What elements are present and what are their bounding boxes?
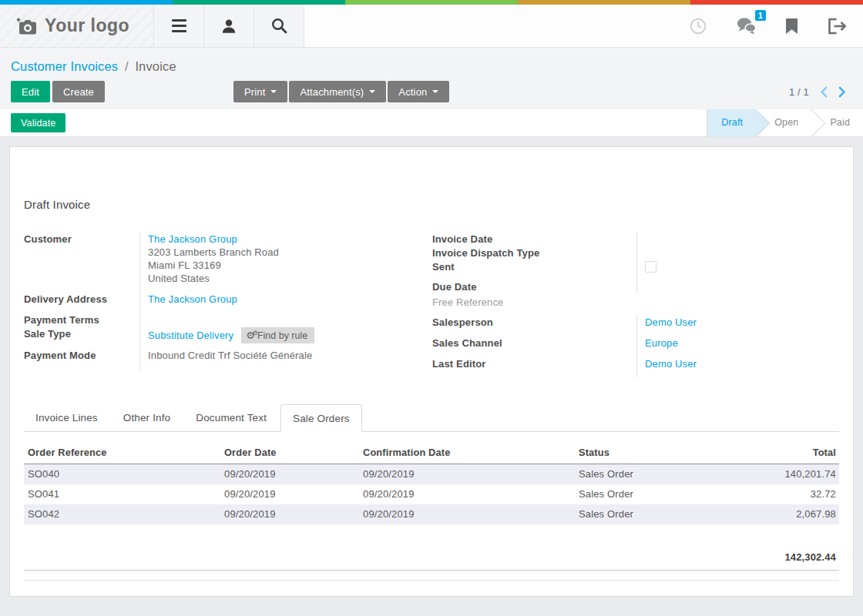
cell-total: 32.72 bbox=[721, 484, 839, 504]
previous-page-button[interactable] bbox=[820, 86, 828, 98]
caret-down-icon bbox=[270, 90, 277, 96]
cell-order-date: 09/20/2019 bbox=[220, 464, 359, 485]
sale-orders-table: Order Reference Order Date Confirmation … bbox=[24, 444, 839, 524]
toolbar: Edit Create Print Attachment(s) Action 1… bbox=[11, 81, 852, 102]
logout-icon bbox=[827, 18, 846, 35]
logo-text: Your logo bbox=[45, 15, 129, 36]
col-order-date: Order Date bbox=[220, 444, 359, 464]
field-label-salesperson: Salesperson bbox=[432, 315, 636, 336]
chevron-left-icon bbox=[820, 86, 828, 98]
caret-down-icon bbox=[432, 90, 438, 96]
cell-confirmation-date: 09/20/2019 bbox=[359, 484, 575, 504]
validate-button[interactable]: Validate bbox=[11, 113, 65, 132]
create-button[interactable]: Create bbox=[52, 81, 105, 102]
field-label-sales-channel: Sales Channel bbox=[432, 336, 636, 357]
status-bar: Validate Draft Open Paid bbox=[0, 109, 863, 137]
divider bbox=[24, 580, 839, 581]
col-confirmation-date: Confirmation Date bbox=[359, 444, 575, 464]
field-label-dispatch-type: Invoice Dispatch Type bbox=[432, 246, 636, 259]
search-button[interactable] bbox=[254, 5, 304, 47]
recent-activity-button[interactable] bbox=[689, 17, 707, 35]
field-label-delivery-address: Delivery Address bbox=[24, 292, 139, 313]
table-row[interactable]: SO041 09/20/2019 09/20/2019 Sales Order … bbox=[24, 484, 839, 504]
search-icon bbox=[270, 17, 288, 35]
find-by-rule-button[interactable]: ⚙⚙ Find by rule bbox=[241, 327, 314, 343]
field-value-payment-mode[interactable]: Inbound Credit Trf Société Générale bbox=[139, 348, 432, 372]
app-window: Your logo bbox=[0, 0, 863, 616]
field-value-last-editor: Demo User bbox=[636, 357, 839, 377]
cell-ref: SO042 bbox=[24, 504, 220, 524]
sale-type-link[interactable]: Substitute Delivery bbox=[148, 329, 233, 342]
field-label-free-reference: Free Reference bbox=[432, 295, 636, 309]
pager: 1 / 1 bbox=[789, 81, 846, 102]
col-total: Total bbox=[721, 444, 839, 464]
cell-status: Sales Order bbox=[575, 504, 721, 524]
print-dropdown-button[interactable]: Print bbox=[233, 81, 287, 102]
user-menu-button[interactable] bbox=[204, 5, 254, 47]
form-sheet: Draft Invoice Customer The Jackson Group… bbox=[9, 146, 854, 597]
chevron-right-icon bbox=[838, 86, 846, 98]
cell-ref: SO041 bbox=[24, 484, 220, 504]
field-label-last-editor: Last Editor bbox=[432, 357, 636, 377]
col-status: Status bbox=[575, 444, 721, 464]
customer-city: Miami FL 33169 bbox=[148, 259, 432, 272]
pager-count[interactable]: 1 / 1 bbox=[789, 86, 809, 98]
field-label-sent: Sent bbox=[432, 259, 636, 280]
grand-total: 142,302.44 bbox=[24, 547, 839, 563]
divider bbox=[24, 570, 839, 571]
caret-down-icon bbox=[369, 90, 375, 96]
field-value-invoice-date[interactable] bbox=[636, 232, 839, 246]
logo[interactable]: Your logo bbox=[0, 5, 154, 47]
field-value-free-reference bbox=[636, 293, 839, 315]
salesperson-link[interactable]: Demo User bbox=[645, 316, 697, 328]
messages-icon bbox=[736, 17, 757, 35]
cell-status: Sales Order bbox=[575, 464, 721, 485]
field-value-dispatch-type[interactable] bbox=[636, 246, 839, 259]
cell-ref: SO040 bbox=[24, 464, 220, 485]
table-row[interactable]: SO040 09/20/2019 09/20/2019 Sales Order … bbox=[24, 464, 839, 485]
field-value-customer: The Jackson Group 3203 Lamberts Branch R… bbox=[139, 232, 432, 292]
apps-menu-button[interactable] bbox=[154, 5, 204, 47]
logout-button[interactable] bbox=[827, 18, 846, 35]
bookmark-icon bbox=[785, 18, 798, 34]
form-fields: Customer The Jackson Group 3203 Lamberts… bbox=[24, 232, 839, 377]
field-value-salesperson: Demo User bbox=[636, 315, 839, 336]
table-footer: 142,302.44 bbox=[24, 547, 839, 581]
messages-button[interactable]: 1 bbox=[736, 17, 757, 35]
breadcrumb-parent-link[interactable]: Customer Invoices bbox=[11, 59, 118, 73]
field-value-sales-channel: Europe bbox=[636, 336, 839, 357]
action-dropdown-button[interactable]: Action bbox=[388, 81, 449, 102]
edit-button[interactable]: Edit bbox=[11, 81, 50, 102]
field-label-customer: Customer bbox=[24, 232, 139, 292]
cell-order-date: 09/20/2019 bbox=[220, 484, 359, 504]
tab-3[interactable]: Sale Orders bbox=[280, 404, 362, 432]
customer-link[interactable]: The Jackson Group bbox=[148, 233, 237, 245]
sent-checkbox[interactable] bbox=[645, 261, 656, 273]
tab-0[interactable]: Invoice Lines bbox=[24, 404, 109, 431]
cell-confirmation-date: 09/20/2019 bbox=[359, 464, 575, 485]
field-value-sent bbox=[636, 259, 839, 280]
cell-total: 140,201.74 bbox=[721, 464, 839, 485]
cell-total: 2,067.98 bbox=[721, 504, 839, 524]
field-label-sale-type: Sale Type bbox=[24, 326, 139, 348]
bookmarks-button[interactable] bbox=[785, 18, 798, 34]
table-row[interactable]: SO042 09/20/2019 09/20/2019 Sales Order … bbox=[24, 504, 839, 524]
field-label-due-date: Due Date bbox=[432, 280, 636, 293]
field-value-delivery-address: The Jackson Group bbox=[139, 292, 432, 313]
field-value-due-date[interactable] bbox=[636, 280, 839, 293]
last-editor-link[interactable]: Demo User bbox=[645, 358, 697, 370]
page-title: Draft Invoice bbox=[24, 198, 90, 211]
delivery-address-link[interactable]: The Jackson Group bbox=[148, 293, 237, 305]
customer-country: United States bbox=[148, 272, 432, 285]
tab-1[interactable]: Other Info bbox=[112, 404, 183, 431]
camera-icon bbox=[15, 17, 37, 35]
breadcrumb: Customer Invoices / Invoice bbox=[11, 59, 852, 74]
field-label-payment-mode: Payment Mode bbox=[24, 348, 139, 372]
next-page-button[interactable] bbox=[838, 86, 846, 98]
status-step-0[interactable]: Draft bbox=[707, 109, 756, 136]
status-steps: Draft Open Paid bbox=[707, 109, 863, 136]
attachments-dropdown-button[interactable]: Attachment(s) bbox=[289, 81, 386, 102]
tab-2[interactable]: Document Text bbox=[184, 404, 278, 431]
sales-channel-link[interactable]: Europe bbox=[645, 337, 678, 349]
field-value-payment-terms[interactable] bbox=[139, 313, 432, 326]
